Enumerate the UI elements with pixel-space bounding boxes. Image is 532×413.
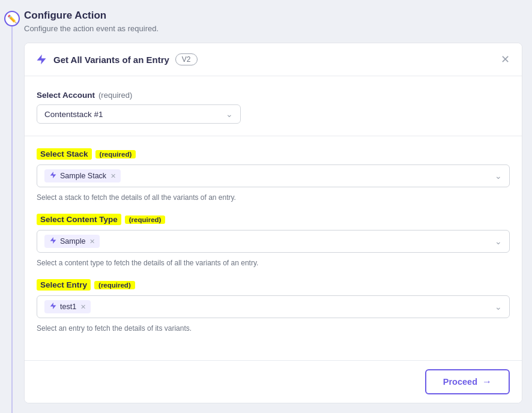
- account-chevron-icon: ⌄: [226, 109, 233, 119]
- stack-field-label: Select Stack: [37, 148, 92, 160]
- entry-hint: Select an entry to fetch the details of …: [37, 324, 510, 333]
- entry-tag-icon: [49, 302, 57, 312]
- entry-tag-close[interactable]: ✕: [80, 303, 86, 311]
- content-type-tags-area: Sample ✕: [44, 235, 100, 248]
- stack-required-badge: (required): [95, 150, 136, 158]
- content-type-hint: Select a content type to fetch the detai…: [37, 259, 510, 267]
- action-icon: [35, 53, 47, 65]
- entry-dropdown[interactable]: test1 ✕ ⌄: [37, 295, 510, 318]
- card-header: Get All Variants of an Entry V2 ✕: [25, 43, 522, 76]
- stack-tag-icon: [49, 171, 57, 181]
- card-title: Get All Variants of an Entry: [53, 55, 169, 65]
- content-type-dropdown[interactable]: Sample ✕ ⌄: [37, 230, 510, 253]
- content-type-label-row: Select Content Type (required): [37, 214, 510, 225]
- stack-tag-label: Sample Stack: [60, 172, 106, 180]
- content-type-required-badge: (required): [125, 216, 166, 224]
- account-label-row: Select Account (required): [37, 91, 510, 100]
- stack-tag-close[interactable]: ✕: [110, 172, 116, 180]
- page-subtitle: Configure the action event as required.: [24, 24, 522, 33]
- entry-tags-area: test1 ✕: [44, 300, 91, 313]
- content-type-chevron-icon: ⌄: [495, 237, 502, 246]
- configure-card: Get All Variants of an Entry V2 ✕ Select…: [24, 43, 522, 403]
- account-required-text: (required): [98, 91, 132, 100]
- card-footer: Proceed →: [25, 360, 522, 403]
- content-type-tag-label: Sample: [60, 237, 85, 246]
- entry-required-badge: (required): [94, 281, 135, 289]
- left-rail: ✏️: [0, 0, 24, 413]
- page-title: Configure Action: [24, 10, 522, 22]
- content-type-field-label: Select Content Type: [37, 214, 121, 225]
- rail-line: [11, 26, 13, 413]
- stack-dropdown[interactable]: Sample Stack ✕ ⌄: [37, 164, 510, 187]
- card-body: Select Account (required) Contentstack #…: [25, 76, 522, 360]
- stack-tags-area: Sample Stack ✕: [44, 169, 121, 182]
- main-content: Configure Action Configure the action ev…: [24, 0, 532, 413]
- stack-hint: Select a stack to fetch the details of a…: [37, 193, 510, 202]
- close-icon: ✕: [501, 53, 510, 66]
- entry-tag: test1 ✕: [44, 300, 91, 313]
- content-type-tag-close[interactable]: ✕: [89, 238, 95, 246]
- stack-label-row: Select Stack (required): [37, 148, 510, 160]
- proceed-button[interactable]: Proceed →: [425, 369, 510, 394]
- content-type-field-group: Select Content Type (required): [37, 214, 510, 267]
- pencil-icon: ✏️: [7, 14, 17, 23]
- account-dropdown[interactable]: Contentstack #1 ⌄: [37, 104, 241, 124]
- proceed-label: Proceed: [443, 377, 477, 387]
- stack-field-group: Select Stack (required) Sampl: [37, 148, 510, 202]
- stack-chevron-icon: ⌄: [495, 171, 502, 181]
- stack-tag: Sample Stack ✕: [44, 169, 121, 182]
- version-badge: V2: [175, 53, 198, 65]
- close-button[interactable]: ✕: [500, 52, 511, 67]
- rail-circle: ✏️: [4, 11, 20, 26]
- page-wrapper: ✏️ Configure Action Configure the action…: [0, 0, 532, 413]
- entry-field-label: Select Entry: [37, 279, 91, 291]
- entry-field-group: Select Entry (required) test1: [37, 279, 510, 333]
- entry-chevron-icon: ⌄: [495, 302, 502, 312]
- proceed-arrow-icon: →: [482, 376, 492, 387]
- card-header-left: Get All Variants of an Entry V2: [35, 53, 198, 65]
- account-selected-value: Contentstack #1: [44, 110, 103, 119]
- entry-tag-label: test1: [60, 303, 76, 311]
- content-type-tag: Sample ✕: [44, 235, 100, 248]
- divider-1: [25, 136, 522, 136]
- account-field-group: Select Account (required) Contentstack #…: [37, 91, 510, 124]
- account-field-label: Select Account: [37, 91, 95, 100]
- content-type-tag-icon: [49, 237, 57, 246]
- entry-label-row: Select Entry (required): [37, 279, 510, 291]
